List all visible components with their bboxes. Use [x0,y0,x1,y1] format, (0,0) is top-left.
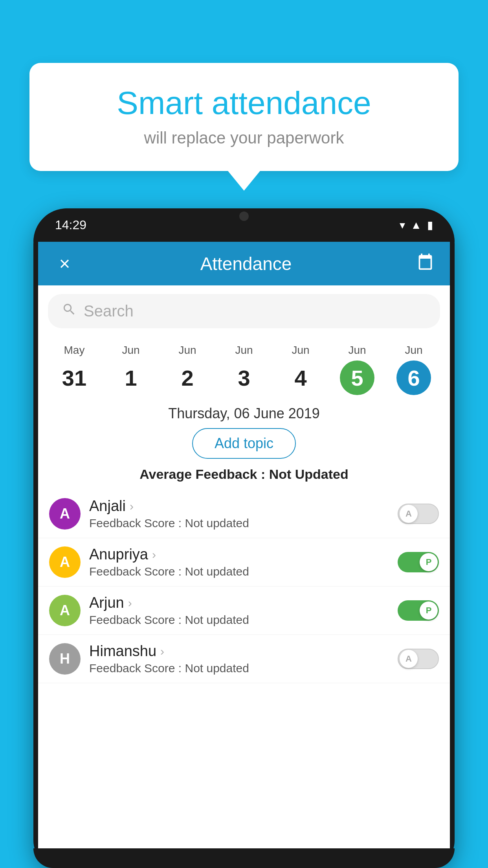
date-month: Jun [216,344,272,357]
date-number: 5 [340,360,374,395]
toggle-knob: P [420,553,438,571]
date-month: May [46,344,103,357]
date-number: 3 [227,360,261,395]
app-title: Attendance [200,253,292,274]
student-name[interactable]: Himanshu › [89,643,389,660]
date-item-5[interactable]: Jun 5 [329,344,385,395]
avg-feedback-value: Not Updated [269,467,349,482]
student-name[interactable]: Arjun › [89,594,389,611]
bubble-title: Smart attendance [57,85,431,121]
search-bar[interactable]: Search [48,294,440,328]
date-month: Jun [103,344,159,357]
date-month: Jun [385,344,442,357]
phone-time: 14:29 [55,218,86,232]
chevron-icon: › [128,596,132,610]
date-number: 6 [396,360,431,395]
date-month: Jun [159,344,216,357]
search-icon [62,302,77,320]
student-info: Arjun › Feedback Score : Not updated [89,594,389,627]
toggle-switch[interactable]: A [398,649,439,669]
date-item-2[interactable]: Jun 2 [159,344,216,395]
toggle-switch[interactable]: P [398,552,439,572]
attendance-toggle[interactable]: P [398,600,439,621]
chevron-icon: › [130,500,134,513]
toggle-switch[interactable]: P [398,600,439,621]
search-placeholder: Search [84,302,134,320]
toggle-knob: A [400,650,418,668]
date-number: 4 [283,360,318,395]
avg-feedback: Average Feedback : Not Updated [38,467,450,482]
phone-frame: 14:29 ▾ ▲ ▮ × Attendance [33,208,455,868]
status-icons: ▾ ▲ ▮ [400,219,433,232]
student-avatar: H [49,643,81,675]
student-item-2: A Arjun › Feedback Score : Not updated P [38,587,450,635]
front-camera [239,211,249,221]
student-feedback: Feedback Score : Not updated [89,613,389,627]
student-list: A Anjali › Feedback Score : Not updated … [38,490,450,683]
attendance-toggle[interactable]: A [398,504,439,524]
student-item-0: A Anjali › Feedback Score : Not updated … [38,490,450,538]
student-info: Himanshu › Feedback Score : Not updated [89,643,389,675]
student-info: Anjali › Feedback Score : Not updated [89,498,389,530]
toggle-knob: A [400,505,418,523]
calendar-icon[interactable] [416,253,434,274]
date-number: 31 [57,360,92,395]
app-header: × Attendance [38,242,450,285]
date-item-4[interactable]: Jun 4 [272,344,329,395]
close-button[interactable]: × [54,253,75,274]
date-item-0[interactable]: May 31 [46,344,103,395]
student-info: Anupriya › Feedback Score : Not updated [89,546,389,578]
attendance-toggle[interactable]: A [398,649,439,669]
student-name[interactable]: Anupriya › [89,546,389,563]
battery-icon: ▮ [427,219,433,232]
signal-icon: ▲ [411,219,422,232]
add-topic-button[interactable]: Add topic [192,428,296,459]
phone-screen: × Attendance Search May 31 Jun 1 [38,242,450,848]
date-item-1[interactable]: Jun 1 [103,344,159,395]
date-number: 2 [170,360,205,395]
selected-date: Thursday, 06 June 2019 [38,398,450,428]
student-avatar: A [49,498,81,530]
chevron-icon: › [152,548,156,561]
toggle-switch[interactable]: A [398,504,439,524]
phone-notch [220,208,268,224]
date-number: 1 [114,360,148,395]
speech-bubble: Smart attendance will replace your paper… [29,63,459,171]
avg-feedback-prefix: Average Feedback : [139,467,269,482]
student-item-1: A Anupriya › Feedback Score : Not update… [38,538,450,587]
date-scroll: May 31 Jun 1 Jun 2 Jun 3 Jun 4 Jun 5 Jun… [38,337,450,398]
date-item-3[interactable]: Jun 3 [216,344,272,395]
phone-bottom [33,848,455,868]
chevron-icon: › [160,645,164,658]
attendance-toggle[interactable]: P [398,552,439,572]
student-name[interactable]: Anjali › [89,498,389,515]
date-month: Jun [272,344,329,357]
date-month: Jun [329,344,385,357]
student-avatar: A [49,546,81,578]
student-feedback: Feedback Score : Not updated [89,565,389,578]
student-feedback: Feedback Score : Not updated [89,662,389,675]
bubble-subtitle: will replace your paperwork [57,129,431,147]
date-item-6[interactable]: Jun 6 [385,344,442,395]
student-avatar: A [49,595,81,626]
student-feedback: Feedback Score : Not updated [89,517,389,530]
toggle-knob: P [420,601,438,620]
student-item-3: H Himanshu › Feedback Score : Not update… [38,635,450,683]
wifi-icon: ▾ [400,219,405,232]
status-bar: 14:29 ▾ ▲ ▮ [33,208,455,242]
